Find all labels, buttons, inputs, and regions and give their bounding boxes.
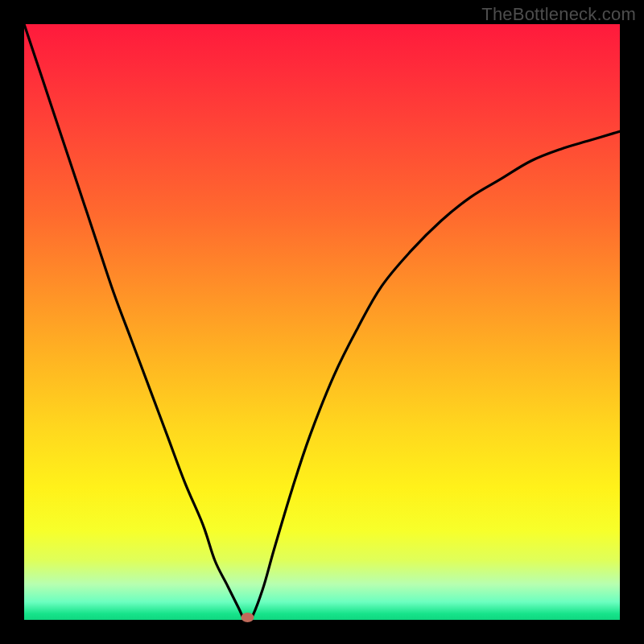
watermark-text: TheBottleneck.com bbox=[481, 4, 636, 25]
optimum-marker bbox=[242, 613, 254, 622]
plot-area bbox=[24, 24, 620, 620]
curve-layer bbox=[24, 24, 620, 620]
bottleneck-curve bbox=[24, 24, 620, 623]
chart-stage: TheBottleneck.com bbox=[0, 0, 644, 644]
